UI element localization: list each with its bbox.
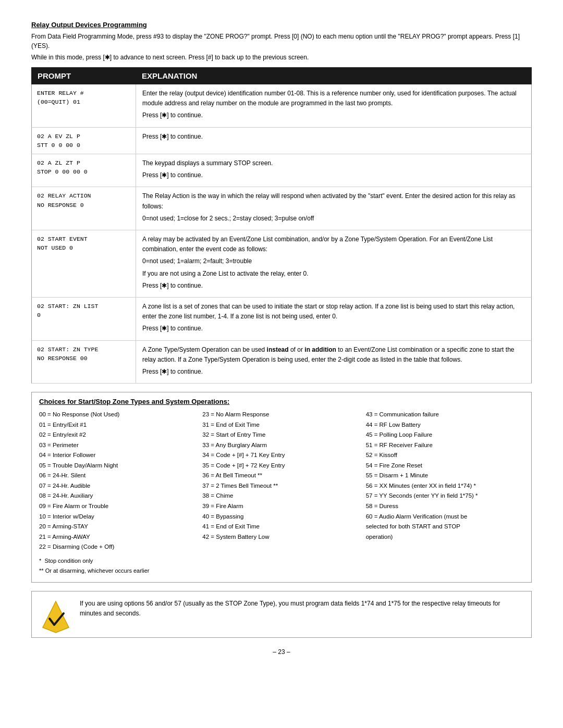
page-number: – 23 – xyxy=(31,648,532,656)
choice-item: 55 = Disarm + 1 Minute xyxy=(366,471,524,481)
choice-item: 40 = Bypassing xyxy=(202,512,360,522)
explanation-text: A zone list is a set of zones that can b… xyxy=(142,302,525,322)
explanation-text2: Press [✱] to continue. xyxy=(142,324,525,334)
table-row: 02 START: ZN TYPE NO RESPONSE 00 A Zone … xyxy=(31,341,532,384)
choice-item: 57 = YY Seconds (enter YY in field 1*75)… xyxy=(366,491,524,501)
intro-paragraph-2: While in this mode, press [✱] to advance… xyxy=(31,53,532,62)
star-icon: * xyxy=(39,558,41,564)
prompt-line1: 02 START EVENT xyxy=(37,236,88,242)
choice-item: 10 = Interior w/Delay xyxy=(39,512,197,522)
table-row: 02 A ZL ZT P STOP 0 00 00 0 The keypad d… xyxy=(31,154,532,187)
choice-item: 51 = RF Receiver Failure xyxy=(366,440,524,451)
explanation-cell: A zone list is a set of zones that can b… xyxy=(136,298,531,340)
choice-item: 56 = XX Minutes (enter XX in field 1*74)… xyxy=(366,481,524,491)
explanation-text: A relay may be activated by an Event/Zon… xyxy=(142,235,525,254)
choice-item: 34 = Code + [#] + 71 Key Entry xyxy=(202,450,360,461)
explanation-text2: Press [✱] to continue. xyxy=(142,170,525,180)
choice-item: 44 = RF Low Battery xyxy=(366,420,524,430)
choice-item: 02 = Entry/exit #2 xyxy=(39,430,197,440)
explanation-text2: 0=not used; 1=close for 2 secs.; 2=stay … xyxy=(142,214,525,224)
choice-item: 03 = Perimeter xyxy=(39,440,197,451)
choice-item: 54 = Fire Zone Reset xyxy=(366,461,524,471)
prompt-line2: NO RESPONSE 0 xyxy=(37,202,84,208)
choice-item: 22 = Disarming (Code + Off) xyxy=(39,542,197,552)
choice-item: selected for both START and STOP xyxy=(366,522,524,532)
prompt-cell: 02 A EV ZL P STT 0 0 00 0 xyxy=(32,128,136,154)
explanation-text2: Press [✱] to continue. xyxy=(142,367,525,377)
choice-item: 60 = Audio Alarm Verification (must be xyxy=(366,512,524,522)
choice-item: 23 = No Alarm Response xyxy=(202,410,360,420)
prompt-cell: ENTER RELAY # (00=QUIT) 01 xyxy=(32,84,136,127)
prompt-line2: STOP 0 00 00 0 xyxy=(37,168,88,175)
choices-title: Choices for Start/Stop Zone Types and Sy… xyxy=(39,398,524,405)
prompt-cell: 02 START EVENT NOT USED 0 xyxy=(32,230,136,297)
prompt-cell: 02 A ZL ZT P STOP 0 00 00 0 xyxy=(32,154,136,187)
choice-item: 33 = Any Burglary Alarm xyxy=(202,440,360,451)
footnotes: * Stop condition only ** Or at disarming… xyxy=(39,557,524,576)
choice-item: 39 = Fire Alarm xyxy=(202,501,360,512)
choice-item: 08 = 24-Hr. Auxiliary xyxy=(39,491,197,501)
choice-item: 09 = Fire Alarm or Trouble xyxy=(39,501,197,512)
note-box: If you are using options 56 and/or 57 (u… xyxy=(31,591,532,638)
choice-item: 21 = Arming-AWAY xyxy=(39,532,197,542)
section-title: Relay Output Devices Programming xyxy=(31,21,532,29)
choices-grid: 00 = No Response (Not Used)01 = Entry/Ex… xyxy=(39,410,524,552)
choices-col2: 23 = No Alarm Response31 = End of Exit T… xyxy=(202,410,360,552)
choice-item: 04 = Interior Follower xyxy=(39,450,197,461)
prompt-line2: 0 xyxy=(37,312,41,318)
prompt-cell: 02 START: ZN LIST 0 xyxy=(32,298,136,340)
prompt-line1: 02 A EV ZL P xyxy=(37,133,80,140)
choice-item: 45 = Polling Loop Failure xyxy=(366,430,524,440)
choice-item: 00 = No Response (Not Used) xyxy=(39,410,197,420)
prompt-line1: 02 RELAY ACTION xyxy=(37,192,91,199)
explanation-text: Enter the relay (output device) identifi… xyxy=(142,89,525,108)
choice-item: 07 = 24-Hr. Audible xyxy=(39,481,197,491)
choice-item: 35 = Code + [#] + 72 Key Entry xyxy=(202,461,360,471)
choice-item: 37 = 2 Times Bell Timeout ** xyxy=(202,481,360,491)
prompt-line2: NO RESPONSE 00 xyxy=(37,355,88,362)
prompt-line2: (00=QUIT) 01 xyxy=(37,98,80,105)
choice-item: 32 = Start of Entry Time xyxy=(202,430,360,440)
explanation-text: A Zone Type/System Operation can be used… xyxy=(142,345,525,365)
intro-paragraph-1: From Data Field Programming Mode, press … xyxy=(31,32,532,51)
explanation-cell: Enter the relay (output device) identifi… xyxy=(136,84,531,127)
choices-section: Choices for Start/Stop Zone Types and Sy… xyxy=(31,392,532,583)
checkmark-icon xyxy=(40,599,71,630)
table-row: 02 RELAY ACTION NO RESPONSE 0 The Relay … xyxy=(31,187,532,230)
prompt-line1: 02 A ZL ZT P xyxy=(37,159,80,166)
explanation-text: The Relay Action is the way in which the… xyxy=(142,191,525,211)
table-header: PROMPT EXPLANATION xyxy=(31,67,532,84)
explanation-text4: Press [✱] to continue. xyxy=(142,281,525,291)
table-row: 02 A EV ZL P STT 0 0 00 0 Press [✱] to c… xyxy=(31,128,532,155)
explanation-cell: A Zone Type/System Operation can be used… xyxy=(136,341,531,384)
choice-item: 01 = Entry/Exit #1 xyxy=(39,420,197,430)
choice-item: 42 = System Battery Low xyxy=(202,532,360,542)
prompt-line1: 02 START: ZN TYPE xyxy=(37,346,98,353)
prompt-cell: 02 START: ZN TYPE NO RESPONSE 00 xyxy=(32,341,136,384)
double-star-icon: ** xyxy=(39,567,44,574)
explanation-text2: 0=not used; 1=alarm; 2=fault; 3=trouble xyxy=(142,256,525,266)
choice-item: 06 = 24-Hr. Silent xyxy=(39,471,197,481)
table-row: ENTER RELAY # (00=QUIT) 01 Enter the rel… xyxy=(31,84,532,128)
choice-item: 20 = Arming-STAY xyxy=(39,522,197,532)
explanation-cell: The keypad displays a summary STOP scree… xyxy=(136,154,531,187)
explanation-text2: Press [✱] to continue. xyxy=(142,110,525,120)
choice-item: 43 = Communication failure xyxy=(366,410,524,420)
choice-item: 38 = Chime xyxy=(202,491,360,501)
footnote-1: * Stop condition only xyxy=(39,557,524,566)
choice-item: 36 = At Bell Timeout ** xyxy=(202,471,360,481)
choices-col1: 00 = No Response (Not Used)01 = Entry/Ex… xyxy=(39,410,197,552)
explanation-text: Press [✱] to continue. xyxy=(142,132,525,142)
col-prompt-header: PROMPT xyxy=(31,67,136,84)
note-text: If you are using options 56 and/or 57 (u… xyxy=(80,599,523,619)
prompt-line1: 02 START: ZN LIST xyxy=(37,303,98,310)
choices-col3: 43 = Communication failure44 = RF Low Ba… xyxy=(366,410,524,552)
explanation-cell: A relay may be activated by an Event/Zon… xyxy=(136,230,531,297)
prompt-cell: 02 RELAY ACTION NO RESPONSE 0 xyxy=(32,187,136,230)
col-explanation-header: EXPLANATION xyxy=(136,67,532,84)
choice-item: operation) xyxy=(366,532,524,542)
svg-marker-0 xyxy=(43,601,69,633)
explanation-cell: The Relay Action is the way in which the… xyxy=(136,187,531,230)
choice-item: 41 = End of Exit Time xyxy=(202,522,360,532)
choice-item: 52 = Kissoff xyxy=(366,450,524,461)
